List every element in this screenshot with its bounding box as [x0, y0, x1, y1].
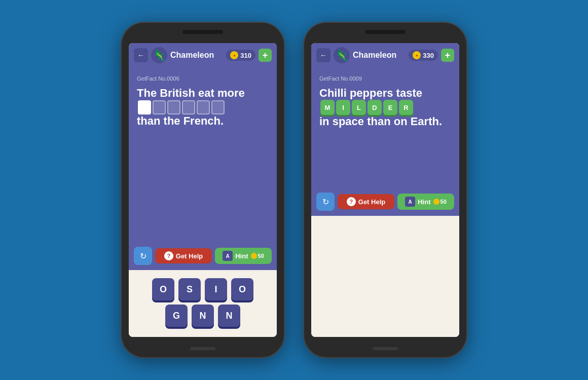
app-header-1: ← 🦎 Chameleon ● 310 +: [129, 43, 277, 67]
blank-box-2[interactable]: [153, 100, 166, 115]
app-title-1: Chameleon: [170, 51, 223, 60]
hint-cost-1: 50: [251, 253, 264, 259]
question-icon-1: ?: [164, 251, 173, 260]
bottom-bar-2: ↻ ? Get Help A Hint 50: [311, 188, 459, 216]
content-area-2: GetFact No.0009 Chilli peppers taste M I…: [311, 67, 459, 188]
coin-count-2: 330: [423, 52, 434, 59]
hint-cost-2: 50: [433, 199, 447, 205]
help-label-1: Get Help: [176, 252, 203, 260]
chameleon-icon-1: 🦎: [153, 49, 166, 61]
coin-icon-1: ●: [230, 51, 238, 59]
blank-box-6[interactable]: [211, 100, 225, 115]
refresh-icon-1: ↻: [140, 251, 146, 261]
question-icon-2: ?: [347, 197, 356, 206]
blank-box-4[interactable]: [182, 100, 195, 115]
key-O-2[interactable]: O: [231, 278, 253, 300]
bottom-bar-1: ↻ ? Get Help A Hint 50: [129, 243, 277, 270]
refresh-button-1[interactable]: ↻: [134, 247, 152, 265]
chameleon-icon-2: 🦎: [336, 49, 348, 61]
phone-2-screen: ← 🦎 Chameleon ● 330 + GetFact No.0009 Ch…: [311, 43, 459, 337]
key-O-1[interactable]: O: [152, 278, 174, 300]
fact-before-2: Chilli peppers taste: [319, 87, 422, 99]
fact-text-1: The British eat more than the French.: [137, 87, 269, 233]
hint-coin-icon-2: [433, 199, 439, 205]
app-logo-2: 🦎: [334, 47, 350, 63]
fact-number-1: GetFact No.0006: [137, 75, 269, 82]
key-S-1[interactable]: S: [178, 278, 201, 300]
coin-count-1: 310: [240, 52, 251, 59]
answer-tile-E[interactable]: E: [383, 100, 397, 115]
refresh-button-2[interactable]: ↻: [316, 193, 335, 211]
content-area-1: GetFact No.0006 The British eat more tha…: [129, 67, 277, 243]
hint-icon-2: A: [405, 197, 415, 207]
phone-1-screen: ← 🦎 Chameleon ● 310 + GetFact No.0006 Th…: [129, 43, 277, 337]
coin-display-2: ● 330: [409, 50, 438, 61]
answer-tile-D[interactable]: D: [368, 100, 382, 115]
key-row-2: G N N: [165, 305, 240, 327]
refresh-icon-2: ↻: [322, 197, 329, 207]
blank-box-3[interactable]: [167, 100, 180, 115]
key-N-1[interactable]: N: [192, 305, 214, 327]
add-coins-button-2[interactable]: +: [441, 49, 454, 62]
answer-tile-L[interactable]: L: [352, 100, 366, 115]
help-label-2: Get Help: [358, 198, 385, 206]
key-I-1[interactable]: I: [205, 278, 227, 300]
keyboard-area-1: O S I O G N N: [129, 270, 277, 337]
add-coins-button-1[interactable]: +: [259, 49, 272, 62]
fact-after-1: than the French.: [137, 115, 224, 127]
answer-tile-I[interactable]: I: [336, 100, 350, 115]
key-G-1[interactable]: G: [165, 305, 188, 327]
back-button-1[interactable]: ←: [134, 48, 148, 62]
key-row-1: O S I O: [152, 278, 253, 300]
hint-label-1: Hint: [235, 252, 248, 260]
fact-before-1: The British eat more: [137, 87, 245, 99]
answer-tile-M[interactable]: M: [320, 100, 335, 115]
hint-coin-icon-1: [251, 253, 257, 259]
app-header-2: ← 🦎 Chameleon ● 330 +: [311, 43, 459, 67]
help-button-1[interactable]: ? Get Help: [155, 248, 212, 263]
hint-icon-1: A: [223, 251, 233, 261]
keyboard-area-2: [311, 216, 459, 337]
fact-number-2: GetFact No.0009: [319, 75, 451, 82]
fact-text-2: Chilli peppers taste M I L D E R in spac…: [319, 87, 451, 178]
hint-cost-value-2: 50: [440, 199, 447, 205]
answer-tiles-2: M I L D E R: [320, 100, 413, 115]
blank-boxes-1: [137, 100, 226, 112]
hint-label-2: Hint: [418, 198, 430, 206]
coin-display-1: ● 310: [226, 50, 255, 61]
hint-button-1[interactable]: A Hint 50: [215, 248, 272, 264]
fact-after-2: in space than on Earth.: [319, 115, 442, 128]
back-button-2[interactable]: ←: [316, 48, 330, 62]
help-button-2[interactable]: ? Get Help: [338, 194, 394, 209]
phone-1: ← 🦎 Chameleon ● 310 + GetFact No.0006 Th…: [122, 23, 284, 357]
blank-box-1[interactable]: [138, 100, 151, 115]
coin-icon-2: ●: [413, 51, 421, 59]
app-logo-1: 🦎: [151, 47, 167, 63]
blank-box-5[interactable]: [197, 100, 210, 115]
answer-tile-R[interactable]: R: [399, 100, 413, 115]
phone-2: ← 🦎 Chameleon ● 330 + GetFact No.0009 Ch…: [304, 23, 466, 357]
hint-button-2[interactable]: A Hint 50: [397, 194, 454, 210]
key-N-2[interactable]: N: [218, 305, 240, 327]
app-title-2: Chameleon: [353, 51, 406, 60]
hint-cost-value-1: 50: [258, 253, 264, 259]
